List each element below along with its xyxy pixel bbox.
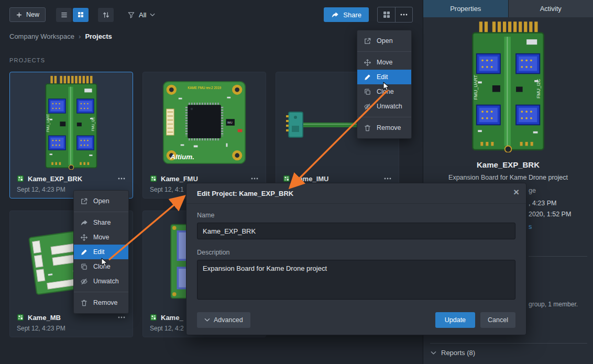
menu-item-label: Move	[377, 59, 393, 66]
menu-item-label: Unwatch	[377, 103, 402, 110]
card-context-menu: Open Share Move Edit Clone Unwatch Remov…	[73, 190, 129, 314]
cancel-button[interactable]: Cancel	[480, 312, 515, 328]
description-field[interactable]: Expansion Board for Kame Drone project	[197, 260, 515, 300]
pcb-file-icon	[17, 175, 24, 182]
filter-label: All	[139, 11, 146, 19]
grid-view-button[interactable]	[73, 8, 89, 22]
project-name: Kame_IMU	[294, 175, 328, 183]
menu-item-clone[interactable]: Clone	[74, 259, 128, 274]
plus-icon	[16, 12, 23, 18]
unwatch-icon	[364, 103, 371, 111]
tab-properties[interactable]: Properties	[423, 0, 508, 17]
project-name: Kame_MB	[28, 314, 61, 322]
menu-item-label: Edit	[93, 248, 105, 256]
share-button[interactable]: Share	[324, 7, 369, 22]
more-options-button[interactable]	[395, 7, 412, 22]
panel-project-description: Expansion Board for Kame Drone project	[423, 174, 593, 181]
remove-icon	[364, 124, 371, 132]
menu-item-move[interactable]: Move	[357, 55, 411, 70]
menu-item-label: Open	[93, 197, 109, 205]
remove-icon	[80, 299, 88, 307]
grid-icon	[77, 11, 84, 18]
card-menu-button[interactable]	[250, 174, 259, 183]
project-thumbnail	[10, 72, 133, 173]
breadcrumb-separator: ›	[79, 32, 81, 40]
pcb-file-icon	[17, 314, 24, 321]
reports-toggle[interactable]: Reports (8)	[431, 349, 475, 357]
menu-item-unwatch[interactable]: Unwatch	[357, 99, 411, 114]
tab-activity[interactable]: Activity	[509, 0, 593, 17]
property-fragment-3: 2020, 1:52 PM	[529, 211, 571, 218]
project-name: Kame_EXP_BRK	[28, 175, 82, 183]
update-button[interactable]: Update	[435, 312, 475, 328]
menu-item-edit[interactable]: Edit	[74, 245, 128, 259]
card-menu-button[interactable]	[383, 174, 392, 183]
breadcrumb-workspace[interactable]: Company Workspace	[9, 32, 74, 40]
ellipsis-icon	[250, 174, 259, 183]
menu-item-label: Move	[93, 234, 109, 241]
menu-item-label: Remove	[93, 299, 118, 306]
menu-separator	[74, 292, 128, 292]
list-view-button[interactable]	[56, 8, 72, 22]
exp-brk-board-image	[32, 75, 110, 170]
menu-item-open[interactable]: Open	[74, 194, 128, 208]
filter-icon	[127, 11, 135, 19]
clone-icon	[80, 263, 88, 271]
move-icon	[364, 59, 371, 67]
unwatch-icon	[80, 278, 88, 285]
ellipsis-icon	[117, 174, 126, 183]
exp-brk-board-image-large	[454, 21, 562, 152]
menu-item-label: Unwatch	[93, 278, 119, 285]
project-card-kame-fmu[interactable]: Kame_FMU Sept 12, 4:1	[142, 72, 266, 198]
menu-item-remove[interactable]: Remove	[74, 295, 128, 310]
menu-item-move[interactable]: Move	[74, 230, 128, 245]
share-icon	[80, 219, 88, 227]
property-fragment-2: , 4:23 PM	[529, 200, 557, 207]
share-icon	[331, 11, 339, 19]
pcb-file-icon	[283, 175, 290, 182]
share-button-label: Share	[343, 11, 361, 19]
edit-icon	[364, 73, 371, 81]
menu-item-open[interactable]: Open	[357, 34, 411, 48]
dialog-close-button[interactable]: ×	[513, 186, 519, 198]
sort-icon	[102, 11, 110, 19]
advanced-button[interactable]: Advanced	[197, 312, 250, 328]
project-name: Kame_FMU	[161, 175, 198, 183]
new-button[interactable]: New	[9, 7, 46, 22]
panel-controls	[377, 7, 413, 23]
edit-icon	[80, 248, 88, 256]
top-toolbar: New All Share	[0, 0, 423, 29]
advanced-button-label: Advanced	[214, 316, 243, 324]
members-text-fragment: group, 1 member.	[529, 301, 578, 308]
panel-divider	[430, 343, 587, 344]
card-menu-button[interactable]	[117, 313, 126, 322]
menu-item-label: Share	[93, 219, 111, 226]
name-field[interactable]	[197, 223, 515, 239]
menu-item-edit[interactable]: Edit	[357, 70, 411, 84]
fmu-board-image	[161, 80, 247, 166]
project-date: Sept 12, 4:23 PM	[10, 325, 133, 332]
card-menu-button[interactable]	[117, 174, 126, 183]
description-field-label: Description	[197, 249, 515, 256]
menu-item-share[interactable]: Share	[74, 215, 128, 230]
project-name: Kame_	[161, 314, 183, 322]
chevron-down-icon	[150, 13, 155, 17]
filter-dropdown[interactable]: All	[127, 11, 155, 19]
pcb-file-icon	[150, 175, 157, 182]
menu-item-label: Clone	[93, 263, 111, 270]
menu-item-clone[interactable]: Clone	[357, 84, 411, 99]
breadcrumb-current: Projects	[85, 32, 112, 40]
open-icon	[80, 197, 88, 205]
menu-item-unwatch[interactable]: Unwatch	[74, 274, 128, 289]
menu-item-remove[interactable]: Remove	[357, 120, 411, 135]
edit-project-dialog: Edit Project: Kame_EXP_BRK × Name Descri…	[186, 183, 526, 335]
sort-button[interactable]	[98, 8, 114, 22]
property-fragment-link[interactable]: s	[529, 223, 532, 230]
project-card-kame-exp-brk[interactable]: Kame_EXP_BRK Sept 12, 4:23 PM	[9, 72, 133, 198]
section-label-projects: PROJECTS	[9, 57, 45, 63]
new-button-label: New	[26, 11, 39, 18]
apps-grid-icon	[382, 10, 391, 19]
clone-icon	[364, 88, 371, 96]
apps-grid-button[interactable]	[378, 7, 395, 22]
move-icon	[80, 234, 88, 241]
